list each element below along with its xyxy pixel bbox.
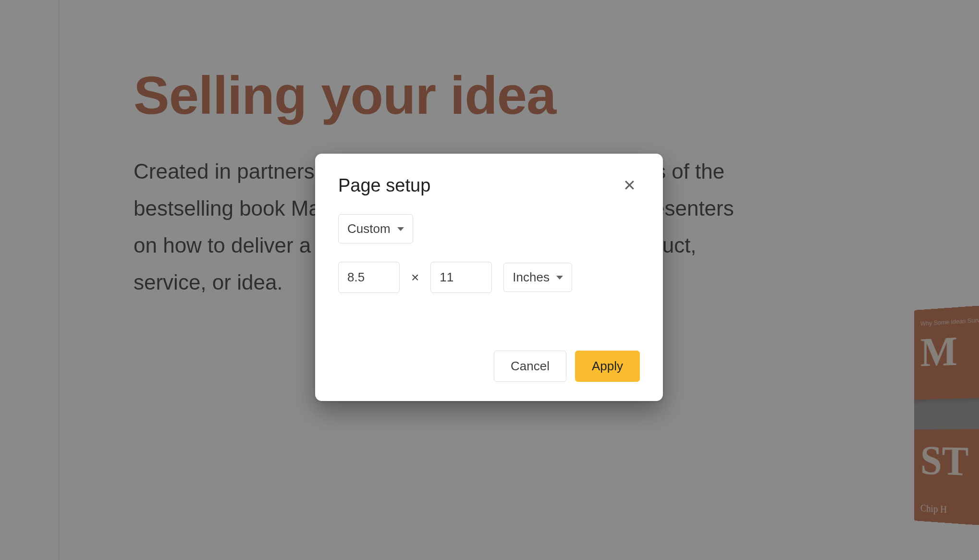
page-width-input[interactable] (338, 262, 400, 293)
dialog-title: Page setup (338, 175, 430, 196)
units-label: Inches (513, 270, 550, 285)
dimensions-row: × Inches (338, 262, 640, 293)
page-setup-dialog: Page setup ✕ Custom × Inches Cancel Appl… (315, 154, 663, 401)
dialog-header: Page setup ✕ (338, 175, 640, 196)
dimensions-separator: × (411, 270, 419, 285)
page-preset-label: Custom (347, 221, 391, 236)
page-preset-dropdown[interactable]: Custom (338, 214, 413, 243)
chevron-down-icon (397, 227, 404, 231)
apply-button[interactable]: Apply (575, 351, 640, 382)
units-dropdown[interactable]: Inches (503, 263, 572, 292)
page-height-input[interactable] (430, 262, 492, 293)
cancel-button[interactable]: Cancel (494, 351, 566, 382)
dialog-actions: Cancel Apply (338, 351, 640, 382)
close-button[interactable]: ✕ (619, 175, 640, 196)
cancel-button-label: Cancel (511, 359, 550, 373)
close-icon: ✕ (623, 178, 636, 193)
apply-button-label: Apply (592, 359, 623, 373)
chevron-down-icon (556, 276, 563, 280)
